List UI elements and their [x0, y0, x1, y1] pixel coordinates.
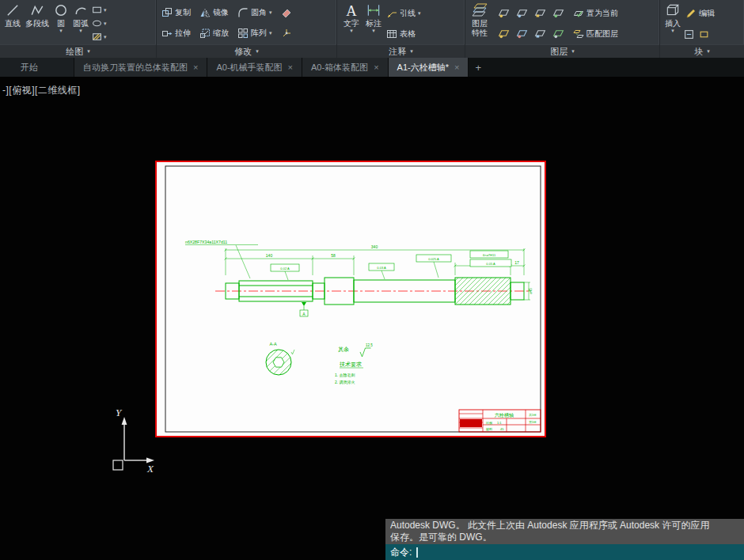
tool-mirror-label: 镜像 [213, 7, 229, 18]
edit-block-icon [685, 8, 697, 19]
svg-text:17: 17 [514, 260, 519, 265]
layer-on-icon[interactable] [498, 27, 510, 39]
tool-set-current-layer-label: 置为当前 [586, 8, 618, 19]
svg-text:技术要求: 技术要求 [339, 361, 362, 368]
tool-table[interactable]: 表格 [385, 28, 417, 40]
svg-text:12.5: 12.5 [366, 343, 373, 347]
tool-explode[interactable] [279, 28, 294, 39]
svg-text:第1张: 第1张 [529, 420, 537, 424]
autocad-window: 直线 多段线 圆 ▾ 圆弧 ▾ [0, 0, 744, 560]
tool-stretch[interactable]: 拉伸 [160, 28, 192, 39]
text-tool-icon: A [342, 2, 361, 18]
tab-spline-shaft-label: A1-六栓槽轴* [397, 62, 449, 74]
tab-start[interactable]: 开始 [0, 58, 74, 77]
caret-icon: ▾ [571, 49, 575, 54]
viewport-controls[interactable]: -][俯视][二维线框] [2, 84, 81, 97]
command-input[interactable]: 命令: [385, 544, 744, 560]
svg-text:2. 调质淬火: 2. 调质淬火 [335, 380, 355, 385]
tool-erase[interactable] [279, 7, 294, 18]
svg-text:58: 58 [331, 253, 336, 258]
tool-text[interactable]: A 文字 ▾ [340, 1, 363, 44]
scale-icon [199, 28, 211, 39]
panel-label-modify[interactable]: 修改 ▾ [157, 44, 336, 58]
tool-insert-block[interactable]: 插入 ▾ [663, 1, 682, 44]
caret-icon: ▾ [256, 49, 259, 54]
tool-scale[interactable]: 缩放 [198, 28, 230, 39]
ribbon-panel-modify: 复制 镜像 圆角 ▾ [157, 0, 337, 58]
tool-mirror[interactable]: 镜像 [198, 7, 230, 18]
block-attribute-icon[interactable] [684, 29, 694, 40]
layer-thaw-icon[interactable] [516, 27, 528, 39]
tool-scale-label: 缩放 [213, 28, 229, 39]
layer-off-icon[interactable] [498, 6, 510, 18]
tab-close-icon[interactable]: × [374, 62, 378, 72]
caret-icon: ▾ [104, 35, 107, 40]
layer-walk-icon[interactable] [552, 27, 564, 39]
tab-close-icon[interactable]: × [193, 62, 198, 72]
caret-icon: ▾ [269, 10, 272, 15]
tool-fillet[interactable]: 圆角 ▾ [236, 7, 274, 18]
tool-arc-label: 圆弧 [73, 19, 89, 28]
caret-icon: ▾ [59, 28, 63, 33]
tab-spline-shaft[interactable]: A1-六栓槽轴* × [389, 58, 469, 77]
text-cursor [416, 547, 418, 558]
tab-housing-assembly[interactable]: A0-箱体装配图 × [302, 58, 389, 77]
table-icon [386, 28, 397, 40]
tab-close-icon[interactable]: × [454, 62, 459, 72]
tool-copy[interactable]: 复制 [160, 7, 192, 18]
ucs-origin-box [113, 460, 123, 470]
layers-tools: 图层 特性 置为当前 [465, 0, 659, 44]
layer-freeze-icon[interactable] [516, 6, 528, 18]
caret-icon: ▾ [104, 8, 107, 13]
svg-text:比例: 比例 [486, 421, 492, 426]
spline-designation: n6X28F7X34a11X7d11 [185, 240, 227, 244]
panel-label-annotate[interactable]: 注释 ▾ [337, 44, 465, 58]
caret-icon: ▾ [79, 28, 82, 33]
svg-text:A: A [302, 312, 306, 316]
layer-properties-icon [470, 2, 489, 18]
caret-icon: ▾ [671, 28, 674, 33]
ucs-x-label: X [146, 463, 154, 475]
command-history: Autodesk DWG。 此文件上次由 Autodesk 应用程序或 Auto… [385, 519, 744, 544]
caret-icon: ▾ [350, 28, 353, 33]
tab-manipulator-assembly[interactable]: A0-机械手装配图 × [207, 58, 302, 77]
tab-close-icon[interactable]: × [288, 62, 293, 72]
tool-array-label: 阵列 [251, 28, 267, 39]
caret-icon: ▾ [418, 11, 421, 16]
tool-circle[interactable]: 圆 ▾ [52, 1, 70, 44]
panel-label-layers[interactable]: 图层 ▾ [465, 44, 659, 58]
tool-layer-properties[interactable]: 图层 特性 [469, 1, 491, 44]
block-define-icon[interactable] [699, 29, 709, 40]
tool-line[interactable]: 直线 [3, 1, 22, 44]
tool-arc[interactable]: 圆弧 ▾ [71, 1, 90, 44]
tool-dimension[interactable]: 标注 ▾ [364, 1, 383, 44]
new-tab-button[interactable]: + [469, 58, 488, 77]
svg-text:1:1: 1:1 [497, 421, 502, 425]
ribbon: 直线 多段线 圆 ▾ 圆弧 ▾ [0, 0, 744, 58]
copy-icon [161, 7, 173, 18]
tab-overall-assembly[interactable]: 自动换刀装置的总体装配图 × [74, 58, 207, 77]
tool-rectangle[interactable]: ▾ [92, 3, 107, 17]
svg-text:0.05 A: 0.05 A [486, 262, 495, 266]
technical-requirements: 技术要求 1. 去除毛刺 2. 调质淬火 [335, 361, 363, 385]
tab-overall-assembly-label: 自动换刀装置的总体装配图 [83, 62, 188, 74]
tool-match-layer[interactable]: 匹配图层 [571, 28, 620, 40]
tool-set-current-layer[interactable]: 置为当前 [571, 8, 620, 19]
svg-text:140: 140 [266, 253, 273, 258]
tool-edit-block[interactable]: 编辑 [684, 8, 716, 19]
tool-ellipse[interactable]: ▾ [92, 17, 107, 30]
layer-isolate-icon[interactable] [552, 6, 564, 18]
layer-lock-icon[interactable] [534, 6, 546, 18]
tool-line-label: 直线 [5, 19, 21, 28]
panel-label-draw[interactable]: 绘图 ▾ [0, 44, 156, 58]
tool-hatch[interactable]: ▾ [92, 30, 107, 44]
command-prompt-label: 命令: [390, 546, 412, 559]
tool-polyline[interactable]: 多段线 [24, 1, 51, 44]
tool-polyline-label: 多段线 [25, 19, 49, 28]
caret-icon: ▾ [372, 28, 375, 33]
svg-text:A: A [346, 2, 357, 19]
tool-leader[interactable]: 引线 ▾ [385, 8, 423, 19]
panel-label-block[interactable]: 块 ▾ [660, 44, 744, 58]
tool-array[interactable]: 阵列 ▾ [236, 28, 274, 39]
layer-unlock-icon[interactable] [534, 27, 546, 39]
